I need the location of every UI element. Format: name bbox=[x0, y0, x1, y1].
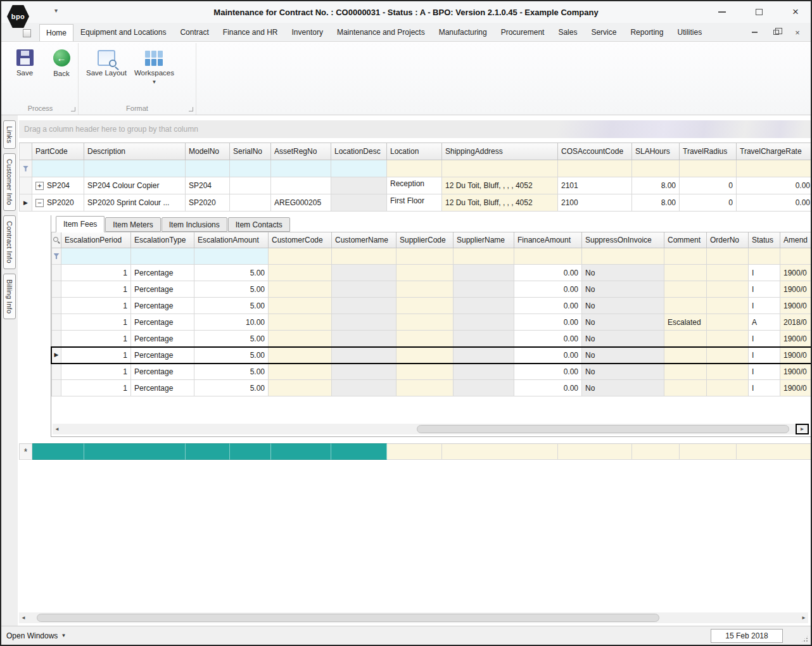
new-row-cell-assetregno[interactable] bbox=[271, 443, 331, 460]
menu-tab-service[interactable]: Service bbox=[584, 23, 623, 41]
detail-cell-escalationperiod[interactable]: 1 bbox=[61, 380, 131, 396]
detail-cell-suppressoninvoice[interactable]: No bbox=[582, 347, 664, 364]
mdi-restore-button[interactable] bbox=[769, 27, 783, 38]
detail-tab-item-inclusions[interactable]: Item Inclusions bbox=[162, 217, 227, 232]
menu-tab-home[interactable]: Home bbox=[39, 24, 73, 41]
new-row-cell-serialno[interactable] bbox=[230, 443, 271, 460]
detail-cell-comment[interactable] bbox=[664, 347, 707, 364]
cell-slahours[interactable]: 8.00 bbox=[632, 177, 680, 194]
cell-modelno[interactable]: SP204 bbox=[186, 177, 230, 194]
detail-cell-customername[interactable] bbox=[332, 298, 396, 314]
detail-scroll-thumb[interactable] bbox=[417, 425, 789, 433]
detail-cell-comment[interactable] bbox=[664, 331, 707, 347]
fee-row[interactable]: 1Percentage5.000.00NoI1900/0 bbox=[51, 298, 811, 314]
cell-location[interactable]: First Floor bbox=[387, 194, 442, 212]
detail-cell-escalationtype[interactable]: Percentage bbox=[131, 331, 194, 347]
detail-cell-suppressoninvoice[interactable]: No bbox=[582, 380, 664, 396]
detail-cell-orderno[interactable] bbox=[707, 364, 749, 380]
cell-cosaccountcode[interactable]: 2100 bbox=[558, 194, 632, 212]
detail-scroll-track[interactable] bbox=[63, 424, 793, 434]
detail-cell-amend[interactable]: 1900/0 bbox=[780, 281, 811, 298]
detail-cell-comment[interactable] bbox=[664, 380, 707, 396]
detail-tab-item-contacts[interactable]: Item Contacts bbox=[228, 217, 290, 232]
detail-cell-orderno[interactable] bbox=[707, 298, 749, 314]
detail-column-header-escalationtype[interactable]: EscalationType bbox=[131, 232, 194, 248]
cell-location[interactable]: Reception bbox=[387, 177, 442, 194]
detail-cell-escalationperiod[interactable]: 1 bbox=[61, 347, 131, 364]
detail-cell-customercode[interactable] bbox=[269, 331, 332, 347]
format-dialog-launcher-icon[interactable] bbox=[189, 107, 193, 111]
detail-cell-customername[interactable] bbox=[332, 347, 396, 364]
detail-cell-escalationamount[interactable]: 5.00 bbox=[194, 298, 269, 314]
column-header-assetregno[interactable]: AssetRegNo bbox=[271, 143, 331, 160]
group-by-bar[interactable]: Drag a column header here to group by th… bbox=[19, 120, 811, 138]
detail-cell-escalationtype[interactable]: Percentage bbox=[131, 281, 194, 298]
fee-row[interactable]: 1Percentage5.000.00NoI1900/0 bbox=[51, 265, 811, 281]
cell-locationdesc[interactable] bbox=[331, 177, 387, 194]
detail-cell-customername[interactable] bbox=[332, 265, 396, 281]
detail-cell-escalationamount[interactable]: 5.00 bbox=[194, 364, 269, 380]
detail-column-header-escalationperiod[interactable]: EscalationPeriod bbox=[61, 232, 131, 248]
detail-cell-suppliercode[interactable] bbox=[396, 298, 454, 314]
detail-cell-status[interactable]: I bbox=[749, 281, 780, 298]
detail-cell-suppressoninvoice[interactable]: No bbox=[582, 331, 664, 347]
new-row-cell-travelchargerate[interactable] bbox=[737, 443, 811, 460]
cell-description[interactable]: SP204 Colour Copier bbox=[84, 177, 186, 194]
detail-tab-item-meters[interactable]: Item Meters bbox=[105, 217, 160, 232]
detail-cell-orderno[interactable] bbox=[707, 281, 749, 298]
menu-tab-maintenance-and-projects[interactable]: Maintenance and Projects bbox=[330, 23, 432, 41]
detail-cell-customercode[interactable] bbox=[269, 281, 332, 298]
equipment-row-sp2020[interactable]: ▶−SP2020SP2020 Sprint Colour ...SP2020AR… bbox=[19, 194, 811, 212]
detail-cell-suppliercode[interactable] bbox=[396, 314, 454, 331]
filter-cell-partcode[interactable] bbox=[32, 160, 84, 177]
detail-cell-suppliername[interactable] bbox=[454, 364, 514, 380]
menu-tab-contract[interactable]: Contract bbox=[173, 23, 215, 41]
detail-column-header-orderno[interactable]: OrderNo bbox=[707, 232, 749, 248]
detail-filter-cell-status[interactable] bbox=[749, 248, 780, 265]
detail-cell-escalationamount[interactable]: 10.00 bbox=[194, 314, 269, 331]
detail-cell-suppliercode[interactable] bbox=[396, 347, 454, 364]
new-row-cell-shippingaddress[interactable] bbox=[442, 443, 558, 460]
column-header-location[interactable]: Location bbox=[387, 143, 442, 160]
cell-serialno[interactable] bbox=[230, 194, 271, 212]
filter-cell-description[interactable] bbox=[84, 160, 186, 177]
detail-cell-status[interactable]: I bbox=[749, 331, 780, 347]
column-header-description[interactable]: Description bbox=[84, 143, 186, 160]
equipment-row-sp204[interactable]: +SP204SP204 Colour CopierSP204Reception1… bbox=[19, 177, 811, 194]
detail-filter-cell-escalationtype[interactable] bbox=[131, 248, 194, 265]
detail-cell-status[interactable]: I bbox=[749, 380, 780, 396]
new-row-cell-travelradius[interactable] bbox=[680, 443, 737, 460]
detail-cell-suppressoninvoice[interactable]: No bbox=[582, 281, 664, 298]
detail-cell-suppressoninvoice[interactable]: No bbox=[582, 265, 664, 281]
detail-cell-suppliername[interactable] bbox=[454, 347, 514, 364]
cell-assetregno[interactable]: AREG000205 bbox=[271, 194, 331, 212]
minimize-button[interactable] bbox=[709, 4, 735, 20]
detail-cell-customername[interactable] bbox=[332, 331, 396, 347]
detail-column-header-escalationamount[interactable]: EscalationAmount bbox=[194, 232, 269, 248]
detail-cell-escalationperiod[interactable]: 1 bbox=[61, 364, 131, 380]
cell-shippingaddress[interactable]: 12 Du Toit, Bluff, , , , 4052 bbox=[442, 177, 558, 194]
detail-cell-comment[interactable] bbox=[664, 298, 707, 314]
column-header-cosaccountcode[interactable]: COSAccountCode bbox=[558, 143, 632, 160]
detail-cell-customercode[interactable] bbox=[269, 265, 332, 281]
detail-cell-financeamount[interactable]: 0.00 bbox=[514, 298, 582, 314]
cell-assetregno[interactable] bbox=[271, 177, 331, 194]
detail-cell-status[interactable]: I bbox=[749, 364, 780, 380]
cell-serialno[interactable] bbox=[230, 177, 271, 194]
dock-tab-contract-info[interactable]: Contract Info bbox=[3, 215, 16, 269]
detail-cell-amend[interactable]: 2018/0 bbox=[780, 314, 811, 331]
detail-cell-escalationperiod[interactable]: 1 bbox=[61, 281, 131, 298]
detail-cell-orderno[interactable] bbox=[707, 347, 749, 364]
detail-column-header-suppliername[interactable]: SupplierName bbox=[454, 232, 514, 248]
cell-partcode[interactable]: −SP2020 bbox=[32, 194, 84, 212]
filter-cell-shippingaddress[interactable] bbox=[442, 160, 558, 177]
detail-cell-financeamount[interactable]: 0.00 bbox=[514, 347, 582, 364]
detail-cell-customername[interactable] bbox=[332, 314, 396, 331]
mdi-close-button[interactable]: × bbox=[790, 27, 804, 38]
detail-cell-suppliername[interactable] bbox=[454, 331, 514, 347]
detail-cell-escalationperiod[interactable]: 1 bbox=[61, 298, 131, 314]
mdi-minimize-button[interactable] bbox=[747, 27, 761, 38]
detail-cell-escalationperiod[interactable]: 1 bbox=[61, 331, 131, 347]
menu-tab-inventory[interactable]: Inventory bbox=[285, 23, 330, 41]
date-field[interactable]: 15 Feb 2018 bbox=[711, 629, 783, 643]
